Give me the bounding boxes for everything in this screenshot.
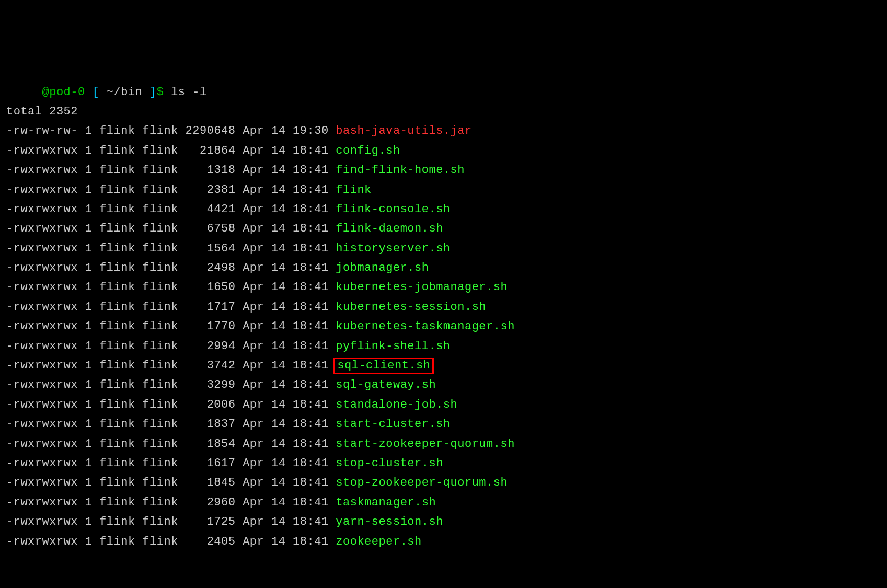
- file-name: kubernetes-jobmanager.sh: [336, 281, 508, 294]
- highlight-box: sql-client.sh: [333, 358, 434, 374]
- file-name: start-zookeeper-quorum.sh: [336, 437, 515, 451]
- file-name: start-cluster.sh: [336, 418, 450, 431]
- terminal-output[interactable]: @pod-0 [ ~/bin ]$ ls -ltotal 2352-rw-rw-…: [6, 83, 881, 551]
- file-row: -rwxrwxrwx 1 flink flink 3299 Apr 14 18:…: [6, 375, 881, 395]
- file-row: -rwxrwxrwx 1 flink flink 1854 Apr 14 18:…: [6, 434, 881, 454]
- file-name: pyflink-shell.sh: [336, 340, 450, 353]
- file-name: stop-zookeeper-quorum.sh: [336, 476, 508, 489]
- total-line: total 2352: [6, 102, 881, 121]
- file-meta: -rwxrwxrwx 1 flink flink 1650 Apr 14 18:…: [6, 281, 336, 294]
- file-meta: -rwxrwxrwx 1 flink flink 1717 Apr 14 18:…: [6, 301, 336, 314]
- file-name: config.sh: [336, 144, 400, 157]
- file-name: zookeeper.sh: [336, 535, 421, 548]
- file-meta: -rwxrwxrwx 1 flink flink 2498 Apr 14 18:…: [6, 261, 336, 274]
- prompt-bracket-open: [: [92, 86, 99, 99]
- file-meta: -rwxrwxrwx 1 flink flink 3299 Apr 14 18:…: [6, 378, 336, 391]
- file-meta: -rwxrwxrwx 1 flink flink 6758 Apr 14 18:…: [6, 222, 336, 235]
- file-row: -rwxrwxrwx 1 flink flink 1845 Apr 14 18:…: [6, 473, 881, 492]
- file-row: -rwxrwxrwx 1 flink flink 1770 Apr 14 18:…: [6, 317, 881, 336]
- file-meta: -rwxrwxrwx 1 flink flink 2381 Apr 14 18:…: [6, 183, 336, 197]
- file-meta: -rwxrwxrwx 1 flink flink 1564 Apr 14 18:…: [6, 242, 336, 255]
- file-name: sql-gateway.sh: [336, 378, 436, 391]
- file-name: flink-console.sh: [336, 203, 450, 216]
- command-text: ls -l: [171, 86, 207, 99]
- file-row: -rwxrwxrwx 1 flink flink 2381 Apr 14 18:…: [6, 180, 881, 200]
- file-row: -rwxrwxrwx 1 flink flink 2960 Apr 14 18:…: [6, 493, 881, 512]
- prompt-line: @pod-0 [ ~/bin ]$ ls -l: [6, 83, 881, 102]
- file-name: taskmanager.sh: [336, 496, 436, 509]
- file-name: sql-client.sh: [337, 359, 430, 372]
- file-row: -rwxrwxrwx 1 flink flink 2006 Apr 14 18:…: [6, 395, 881, 414]
- file-name: kubernetes-session.sh: [336, 301, 486, 314]
- file-listing: -rw-rw-rw- 1 flink flink 2290648 Apr 14 …: [6, 121, 881, 551]
- file-meta: -rwxrwxrwx 1 flink flink 3742 Apr 14 18:…: [6, 359, 336, 372]
- file-row: -rwxrwxrwx 1 flink flink 2498 Apr 14 18:…: [6, 258, 881, 278]
- file-row: -rwxrwxrwx 1 flink flink 21864 Apr 14 18…: [6, 141, 881, 160]
- file-row: -rwxrwxrwx 1 flink flink 1650 Apr 14 18:…: [6, 278, 881, 297]
- file-name: find-flink-home.sh: [336, 164, 465, 177]
- file-name: stop-cluster.sh: [336, 457, 443, 470]
- prompt-host: @pod-0: [42, 86, 85, 99]
- prompt-path: ~/bin: [107, 86, 143, 99]
- file-meta: -rwxrwxrwx 1 flink flink 2405 Apr 14 18:…: [6, 535, 336, 548]
- file-meta: -rwxrwxrwx 1 flink flink 1725 Apr 14 18:…: [6, 515, 336, 528]
- file-meta: -rw-rw-rw- 1 flink flink 2290648 Apr 14 …: [6, 124, 336, 137]
- file-name: kubernetes-taskmanager.sh: [336, 320, 515, 333]
- file-row: -rwxrwxrwx 1 flink flink 3742 Apr 14 18:…: [6, 356, 881, 375]
- file-meta: -rwxrwxrwx 1 flink flink 2960 Apr 14 18:…: [6, 496, 336, 509]
- file-row: -rwxrwxrwx 1 flink flink 2405 Apr 14 18:…: [6, 532, 881, 551]
- file-meta: -rwxrwxrwx 1 flink flink 2006 Apr 14 18:…: [6, 398, 336, 411]
- file-name: yarn-session.sh: [336, 515, 443, 528]
- file-meta: -rwxrwxrwx 1 flink flink 21864 Apr 14 18…: [6, 144, 336, 157]
- file-row: -rwxrwxrwx 1 flink flink 2994 Apr 14 18:…: [6, 337, 881, 356]
- file-meta: -rwxrwxrwx 1 flink flink 1854 Apr 14 18:…: [6, 437, 336, 451]
- prompt-bracket-close: ]: [149, 86, 157, 99]
- file-name: standalone-job.sh: [336, 398, 457, 411]
- file-meta: -rwxrwxrwx 1 flink flink 1845 Apr 14 18:…: [6, 476, 336, 489]
- file-row: -rwxrwxrwx 1 flink flink 1617 Apr 14 18:…: [6, 454, 881, 473]
- file-name: historyserver.sh: [336, 242, 450, 255]
- file-row: -rwxrwxrwx 1 flink flink 1717 Apr 14 18:…: [6, 297, 881, 317]
- file-meta: -rwxrwxrwx 1 flink flink 1770 Apr 14 18:…: [6, 320, 336, 333]
- prompt-dollar: $: [157, 86, 164, 99]
- file-name: flink: [336, 183, 372, 197]
- file-row: -rwxrwxrwx 1 flink flink 6758 Apr 14 18:…: [6, 219, 881, 238]
- file-name: jobmanager.sh: [336, 261, 429, 274]
- file-row: -rw-rw-rw- 1 flink flink 2290648 Apr 14 …: [6, 121, 881, 141]
- file-row: -rwxrwxrwx 1 flink flink 1564 Apr 14 18:…: [6, 239, 881, 258]
- file-row: -rwxrwxrwx 1 flink flink 1837 Apr 14 18:…: [6, 414, 881, 434]
- file-meta: -rwxrwxrwx 1 flink flink 2994 Apr 14 18:…: [6, 340, 336, 353]
- file-name: flink-daemon.sh: [336, 222, 443, 235]
- file-row: -rwxrwxrwx 1 flink flink 4421 Apr 14 18:…: [6, 200, 881, 219]
- file-meta: -rwxrwxrwx 1 flink flink 1837 Apr 14 18:…: [6, 418, 336, 431]
- file-meta: -rwxrwxrwx 1 flink flink 1617 Apr 14 18:…: [6, 457, 336, 470]
- file-meta: -rwxrwxrwx 1 flink flink 1318 Apr 14 18:…: [6, 164, 336, 177]
- file-name: bash-java-utils.jar: [336, 124, 471, 137]
- file-meta: -rwxrwxrwx 1 flink flink 4421 Apr 14 18:…: [6, 203, 336, 216]
- file-row: -rwxrwxrwx 1 flink flink 1725 Apr 14 18:…: [6, 512, 881, 532]
- file-row: -rwxrwxrwx 1 flink flink 1318 Apr 14 18:…: [6, 160, 881, 180]
